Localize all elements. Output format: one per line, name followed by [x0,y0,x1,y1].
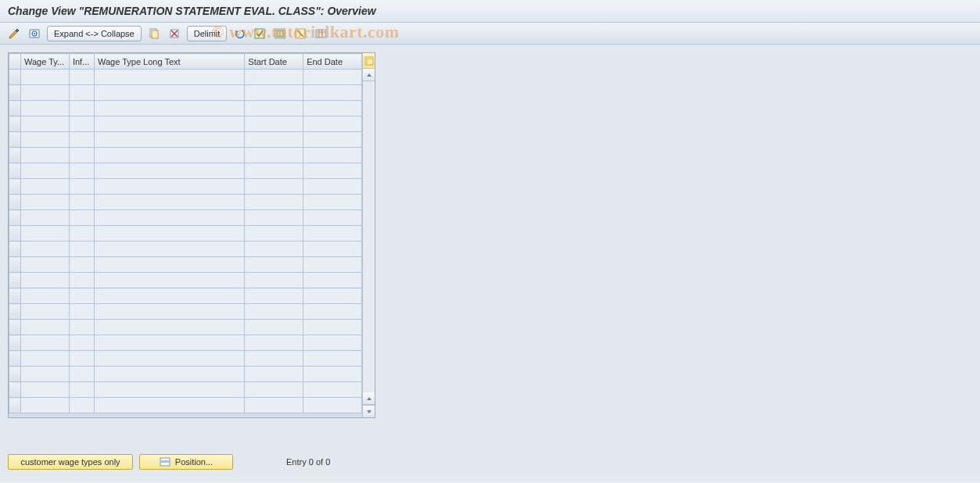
table-row[interactable] [9,257,362,273]
cell[interactable] [245,288,303,304]
cell[interactable] [20,85,69,101]
expand-collapse-button[interactable]: Expand <-> Collapse [47,26,142,41]
cell[interactable] [94,101,244,116]
cell[interactable] [69,351,94,367]
row-selector[interactable] [9,273,21,288]
cell[interactable] [69,304,94,320]
cell[interactable] [20,304,69,320]
cell[interactable] [69,242,94,257]
cell[interactable] [94,132,244,148]
table-row[interactable] [9,226,362,242]
cell[interactable] [20,398,69,413]
cell[interactable] [69,367,94,382]
table-row[interactable] [9,132,362,148]
cell[interactable] [69,382,94,398]
table-row[interactable] [9,382,362,398]
row-selector[interactable] [9,148,21,163]
cell[interactable] [69,163,94,179]
cell[interactable] [69,398,94,413]
cell[interactable] [69,210,94,226]
cell[interactable] [245,320,303,335]
cell[interactable] [245,398,303,413]
cell[interactable] [303,335,362,351]
cell[interactable] [20,148,69,163]
data-table[interactable]: Wage Ty... Inf... Wage Type Long Text St… [9,53,362,417]
cell[interactable] [69,101,94,116]
cell[interactable] [303,320,362,335]
copy-icon[interactable] [146,27,162,41]
cell[interactable] [245,351,303,367]
cell[interactable] [94,335,244,351]
cell[interactable] [245,242,303,257]
cell[interactable] [245,132,303,148]
cell[interactable] [303,163,362,179]
cell[interactable] [94,320,244,335]
row-selector[interactable] [9,116,21,132]
row-selector[interactable] [9,320,21,335]
cell[interactable] [303,101,362,116]
cell[interactable] [94,163,244,179]
cell[interactable] [69,179,94,195]
position-button[interactable]: Position... [139,454,233,470]
table-row[interactable] [9,335,362,351]
column-header-selector[interactable] [9,54,21,70]
cell[interactable] [94,195,244,210]
cell[interactable] [245,257,303,273]
table-row[interactable] [9,320,362,335]
cell[interactable] [20,273,69,288]
cell[interactable] [303,288,362,304]
cell[interactable] [245,85,303,101]
table-row[interactable] [9,101,362,116]
cell[interactable] [303,85,362,101]
cell[interactable] [245,179,303,195]
cell[interactable] [245,101,303,116]
cell[interactable] [20,257,69,273]
cell[interactable] [20,382,69,398]
deselect-all-icon[interactable] [293,27,308,41]
cell[interactable] [20,367,69,382]
cell[interactable] [20,70,69,85]
cell[interactable] [303,304,362,320]
select-all-icon[interactable] [252,27,267,41]
cell[interactable] [94,367,244,382]
cell[interactable] [94,398,244,413]
table-row[interactable] [9,195,362,210]
cell[interactable] [245,116,303,132]
cell[interactable] [20,195,69,210]
delete-icon[interactable] [167,27,182,41]
cell[interactable] [94,179,244,195]
row-selector[interactable] [9,304,21,320]
column-header-start-date[interactable]: Start Date [245,54,303,70]
cell[interactable] [94,85,244,101]
cell[interactable] [245,382,303,398]
cell[interactable] [303,179,362,195]
row-selector[interactable] [9,70,21,85]
cell[interactable] [303,210,362,226]
cell[interactable] [69,288,94,304]
row-selector[interactable] [9,195,21,210]
table-row[interactable] [9,242,362,257]
table-row[interactable] [9,273,362,288]
cell[interactable] [303,70,362,85]
row-selector[interactable] [9,85,21,101]
toggle-change-icon[interactable] [6,27,22,41]
cell[interactable] [94,116,244,132]
cell[interactable] [303,116,362,132]
row-selector[interactable] [9,242,21,257]
table-row[interactable] [9,70,362,85]
table-row[interactable] [9,398,362,413]
cell[interactable] [94,288,244,304]
cell[interactable] [245,367,303,382]
table-row[interactable] [9,148,362,163]
column-header-end-date[interactable]: End Date [303,54,362,70]
cell[interactable] [303,195,362,210]
cell[interactable] [94,304,244,320]
select-block-icon[interactable] [272,27,288,41]
row-selector[interactable] [9,398,21,413]
cell[interactable] [20,288,69,304]
cell[interactable] [20,116,69,132]
scroll-near-bottom-icon[interactable] [363,392,375,405]
cell[interactable] [303,398,362,413]
cell[interactable] [94,226,244,242]
table-row[interactable] [9,163,362,179]
